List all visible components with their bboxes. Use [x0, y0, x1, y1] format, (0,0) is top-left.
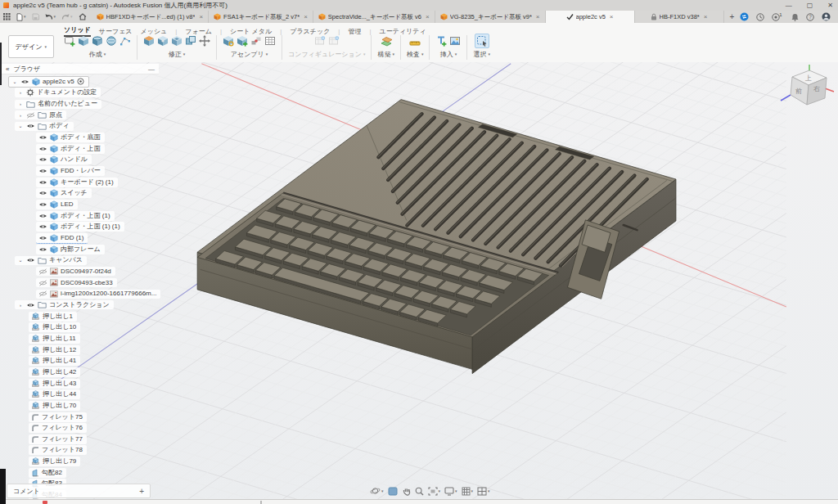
close-tab-icon[interactable]: ×: [199, 13, 203, 20]
browser-tree-row[interactable]: ボディ・上面 (1) (1): [2, 222, 159, 233]
chevron-icon[interactable]: ›: [17, 113, 24, 118]
viewports-icon[interactable]: ▾: [477, 487, 490, 496]
notification-count-icon[interactable]: 1: [772, 13, 783, 21]
ribbon-group-label[interactable]: 選択▾: [473, 50, 490, 59]
browser-tree-row[interactable]: DSC09497-0f24d: [2, 266, 159, 277]
browser-tree-row[interactable]: ›名前の付いたビュー: [2, 98, 159, 110]
close-tab-icon[interactable]: ×: [304, 13, 308, 20]
recent-icon[interactable]: [756, 13, 764, 21]
zoom-icon[interactable]: [415, 487, 424, 496]
visibility-eye-icon[interactable]: [26, 123, 35, 129]
presspull-icon[interactable]: [143, 35, 155, 47]
viewport-canvas[interactable]: « ブラウザ — ⌄apple2c v5 ›ドキュメントの設定 ›名前の付いたビ…: [0, 62, 838, 504]
viewcube[interactable]: 上 前 右: [773, 64, 836, 115]
browser-tree-row[interactable]: 押し出し42: [2, 367, 159, 378]
ribbon-group-label[interactable]: アセンブリ▾: [231, 50, 268, 59]
maximize-button[interactable]: ▢: [807, 2, 813, 9]
file-menu-icon[interactable]: ▾: [16, 13, 26, 21]
visibility-eye-icon[interactable]: [38, 235, 47, 241]
config-table-icon[interactable]: [314, 35, 326, 47]
browser-tree-row[interactable]: 押し出し12: [2, 344, 159, 356]
sphere-icon[interactable]: [106, 35, 117, 47]
browser-tree-row[interactable]: ›ドキュメントの設定: [2, 88, 159, 99]
browser-tree-row[interactable]: i-img1200x1200-1661779666m...: [2, 288, 159, 299]
browser-tree-row[interactable]: ボディ・上面: [2, 143, 159, 155]
canvas-icon[interactable]: [449, 35, 461, 47]
document-tab[interactable]: VG-8235_キーボード基板 v9* ×: [435, 11, 546, 23]
browser-tree-row[interactable]: ⌄キャンバス: [2, 255, 159, 267]
combine-icon[interactable]: [185, 35, 196, 47]
browser-tree-row[interactable]: 押し出し79: [2, 456, 159, 467]
panel-collapse-icon[interactable]: «: [6, 65, 9, 73]
workspace-selector[interactable]: デザイン ▾: [8, 35, 54, 58]
browser-tree-row[interactable]: 押し出し43: [2, 378, 159, 389]
fit-icon[interactable]: ▾: [428, 487, 441, 496]
home-icon[interactable]: [79, 13, 87, 20]
panel-minimize-icon[interactable]: —: [148, 65, 155, 73]
browser-tree-row[interactable]: 押し出し11: [2, 333, 159, 344]
browser-tree-row[interactable]: ⌄ボディ: [2, 121, 159, 133]
visibility-eye-icon[interactable]: [38, 190, 47, 196]
visibility-eye-icon[interactable]: [38, 213, 47, 219]
help-icon[interactable]: ?: [806, 13, 814, 21]
document-tab[interactable]: apple2c v5 ×: [546, 11, 635, 23]
visibility-eye-icon[interactable]: [38, 168, 47, 174]
chevron-icon[interactable]: ⌄: [17, 258, 24, 263]
browser-tree-row[interactable]: フィレット75: [2, 412, 159, 423]
browser-tree-row[interactable]: 押し出し70: [2, 400, 159, 412]
visibility-eye-off-icon[interactable]: [38, 290, 47, 297]
chevron-icon[interactable]: ⌄: [17, 124, 24, 128]
browser-tree-row[interactable]: フィレット78: [2, 445, 159, 457]
grid-icon[interactable]: ▾: [462, 487, 474, 496]
ribbon-group-label[interactable]: 修正▾: [169, 50, 186, 59]
pipe-icon[interactable]: [119, 35, 131, 47]
browser-tree-row[interactable]: ハンドル: [2, 155, 159, 166]
ribbon-group-label[interactable]: 構築▾: [377, 50, 394, 59]
browser-tree-row[interactable]: キーボード (2) (1): [2, 177, 159, 188]
chevron-icon[interactable]: ⌄: [11, 79, 18, 84]
app-grid-icon[interactable]: [3, 13, 11, 20]
pan-icon[interactable]: [402, 487, 411, 496]
new-tab-button[interactable]: +: [724, 11, 741, 23]
box-icon[interactable]: [78, 35, 89, 47]
browser-tree-row[interactable]: 押し出し41: [2, 355, 159, 367]
look-at-icon[interactable]: [388, 487, 398, 496]
minimize-button[interactable]: —: [786, 2, 792, 9]
browser-tree-row[interactable]: FDD・レバー: [2, 165, 159, 177]
visibility-eye-icon[interactable]: [26, 302, 35, 308]
activate-component-icon[interactable]: [77, 78, 84, 85]
visibility-eye-off-icon[interactable]: [38, 268, 47, 275]
visibility-eye-icon[interactable]: [38, 201, 47, 208]
chevron-icon[interactable]: ›: [17, 101, 24, 106]
comment-bar[interactable]: コメント +: [7, 484, 151, 498]
bell-icon[interactable]: [791, 13, 799, 21]
joint-icon[interactable]: [250, 35, 262, 47]
revolve-icon[interactable]: [92, 35, 103, 47]
browser-tree-row[interactable]: 押し出し44: [2, 389, 159, 400]
timeline-marker[interactable]: [43, 501, 47, 504]
browser-tree-row[interactable]: ⌄apple2c v5: [2, 76, 159, 88]
avatar-icon[interactable]: [822, 12, 831, 21]
browser-tree-row[interactable]: フィレット77: [2, 434, 159, 445]
save-icon[interactable]: [32, 13, 39, 20]
close-tab-icon[interactable]: ×: [426, 13, 430, 20]
document-tab[interactable]: SpectraVide..._キーボード基板 v6 ×: [313, 11, 435, 23]
browser-tree-row[interactable]: フィレット76: [2, 422, 159, 434]
document-tab[interactable]: HB-F1XD v38* ×: [635, 11, 724, 23]
browser-tree-row[interactable]: ボディ・底面: [2, 132, 159, 143]
component-link-icon[interactable]: [223, 35, 234, 47]
close-tab-icon[interactable]: ×: [704, 13, 708, 20]
browser-tree-row[interactable]: ›コンストラクション: [2, 299, 159, 311]
browser-tree-row[interactable]: 内部フレーム: [2, 244, 159, 255]
insert-shape-icon[interactable]: [435, 35, 447, 47]
fillet-icon[interactable]: [157, 35, 169, 47]
visibility-eye-icon[interactable]: [38, 134, 47, 141]
plane-icon[interactable]: [381, 35, 392, 47]
redo-icon[interactable]: ▾: [61, 13, 73, 20]
browser-tree-row[interactable]: 押し出し10: [2, 322, 159, 333]
browser-tree-row[interactable]: FDD (1): [2, 232, 159, 244]
visibility-eye-off-icon[interactable]: [38, 280, 47, 286]
undo-icon[interactable]: ▾: [45, 13, 56, 20]
visibility-eye-icon[interactable]: [38, 156, 47, 163]
close-tab-icon[interactable]: ×: [536, 13, 540, 20]
